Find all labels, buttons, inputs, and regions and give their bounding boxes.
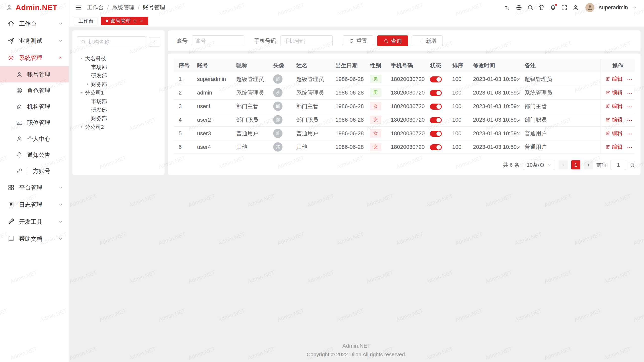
sidebar-item-system-management[interactable]: 系统管理	[0, 49, 69, 66]
row-more-button[interactable]	[627, 117, 633, 123]
caret-down-icon[interactable]	[79, 90, 84, 95]
tree-node[interactable]: 财务部	[77, 80, 160, 88]
tab-bar: 工作台账号管理	[69, 15, 644, 27]
tree-node[interactable]: 研发部	[77, 71, 160, 80]
tree-node-label: 财务部	[91, 115, 107, 122]
status-toggle[interactable]	[430, 90, 442, 96]
cell-account: user2	[192, 113, 231, 127]
refresh-icon[interactable]	[133, 19, 137, 23]
goto-label: 前往	[596, 161, 607, 168]
sidebar-item-dev-tools[interactable]: 开发工具	[0, 213, 69, 230]
cell-index: 2	[174, 86, 192, 100]
row-more-button[interactable]	[627, 131, 633, 137]
username[interactable]: superadmin	[599, 4, 628, 11]
sidebar-subitem-org-management[interactable]: 机构管理	[0, 99, 69, 115]
page-1-button[interactable]: 1	[571, 160, 580, 169]
prev-page-button[interactable]	[559, 160, 568, 169]
grid-icon	[8, 184, 15, 191]
cell-gender: 男	[365, 86, 386, 100]
sidebar-subitem-account-management[interactable]: 账号管理	[0, 66, 69, 82]
sidebar-item-help-docs[interactable]: 帮助文档	[0, 230, 69, 247]
breadcrumb-item[interactable]: 系统管理	[112, 4, 134, 11]
reset-button[interactable]: 重置	[343, 35, 373, 46]
next-page-button[interactable]	[584, 160, 593, 169]
close-icon[interactable]	[139, 19, 144, 23]
page-size-select[interactable]: 10条/页	[523, 160, 555, 170]
row-more-button[interactable]	[627, 77, 633, 83]
sidebar-item-label: 日志管理	[19, 201, 42, 209]
tree-node[interactable]: 研发部	[77, 106, 160, 114]
edit-button[interactable]: 编辑	[606, 143, 623, 150]
sidebar-item-label: 系统管理	[19, 54, 42, 62]
phone-input[interactable]	[284, 38, 329, 44]
sidebar-subitem-personal-center[interactable]: 个人中心	[0, 131, 69, 147]
col-header-remark: 备注	[519, 59, 600, 72]
status-toggle[interactable]	[430, 117, 442, 123]
status-toggle[interactable]	[430, 104, 442, 110]
edit-button[interactable]: 编辑	[606, 75, 623, 82]
sidebar-item-log-management[interactable]: 日志管理	[0, 196, 69, 213]
tree-node[interactable]: 分公司2	[77, 123, 160, 131]
fullscreen-icon[interactable]	[561, 4, 568, 11]
add-button[interactable]: 新增	[412, 35, 443, 46]
status-toggle[interactable]	[430, 76, 442, 82]
tab-workbench[interactable]: 工作台	[74, 17, 98, 25]
cell-actions: 编辑	[600, 72, 635, 86]
tree-node[interactable]: 市场部	[77, 97, 160, 106]
chevron-down-icon	[58, 202, 63, 207]
row-more-button[interactable]	[627, 145, 633, 151]
notification-icon[interactable]	[550, 4, 556, 11]
avatar[interactable]	[585, 3, 594, 12]
account-input[interactable]	[195, 38, 240, 44]
user-avatar: 部	[273, 115, 283, 124]
status-toggle[interactable]	[430, 144, 442, 150]
user-avatar: 超	[273, 74, 283, 84]
sidebar-item-label: 开发工具	[19, 218, 42, 226]
sidebar-subitem-notice-announcement[interactable]: 通知公告	[0, 147, 69, 163]
status-toggle[interactable]	[430, 131, 442, 137]
cell-phone: 18020030720	[386, 127, 425, 140]
cell-remark: 系统管理员	[519, 86, 600, 100]
row-more-button[interactable]	[627, 104, 633, 110]
sidebar-subitem-position-management[interactable]: 职位管理	[0, 115, 69, 131]
edit-button[interactable]: 编辑	[606, 130, 623, 137]
sidebar-subitem-role-management[interactable]: 角色管理	[0, 82, 69, 99]
org-search-input[interactable]	[88, 39, 142, 45]
edit-button[interactable]: 编辑	[606, 89, 623, 96]
caret-down-icon[interactable]	[79, 56, 84, 61]
home-icon	[8, 20, 15, 27]
tab-account-management[interactable]: 账号管理	[101, 17, 148, 25]
profile-icon[interactable]	[572, 4, 579, 11]
role-icon	[16, 87, 23, 94]
row-more-button[interactable]	[627, 90, 633, 96]
caret-right-icon[interactable]	[79, 124, 84, 129]
cell-gender: 男	[365, 72, 386, 86]
sidebar-item-workbench[interactable]: 工作台	[0, 15, 69, 32]
theme-icon[interactable]	[538, 4, 545, 11]
tree-node[interactable]: 分公司1	[77, 88, 160, 97]
sidebar-item-business-test[interactable]: 业务测试	[0, 32, 69, 49]
tree-node-label: 研发部	[91, 72, 107, 79]
bell-icon	[16, 152, 23, 158]
tree-node[interactable]: 大名科技	[77, 54, 160, 63]
language-icon[interactable]	[516, 4, 522, 11]
sidebar-subitem-thirdparty-account[interactable]: 三方账号	[0, 163, 69, 179]
goto-page-input[interactable]	[611, 160, 626, 170]
caret-right-icon[interactable]	[85, 82, 90, 87]
search-icon[interactable]	[527, 4, 534, 11]
edit-button[interactable]: 编辑	[606, 103, 623, 110]
breadcrumb-item[interactable]: 工作台	[87, 4, 104, 11]
tree-node[interactable]: 财务部	[77, 114, 160, 123]
cell-status	[425, 140, 447, 154]
cell-status	[425, 72, 447, 86]
search-button[interactable]: 查询	[377, 35, 408, 46]
font-size-icon[interactable]: Tt	[504, 4, 511, 11]
tree-node[interactable]: 市场部	[77, 63, 160, 71]
edit-button[interactable]: 编辑	[606, 116, 623, 123]
tree-more-button[interactable]	[149, 37, 160, 47]
sidebar-item-platform-management[interactable]: 平台管理	[0, 179, 69, 196]
tree-node-label: 财务部	[91, 81, 107, 88]
menu-collapse-icon[interactable]	[75, 4, 82, 11]
svg-text:t: t	[508, 7, 509, 10]
idcard-icon	[16, 119, 23, 126]
